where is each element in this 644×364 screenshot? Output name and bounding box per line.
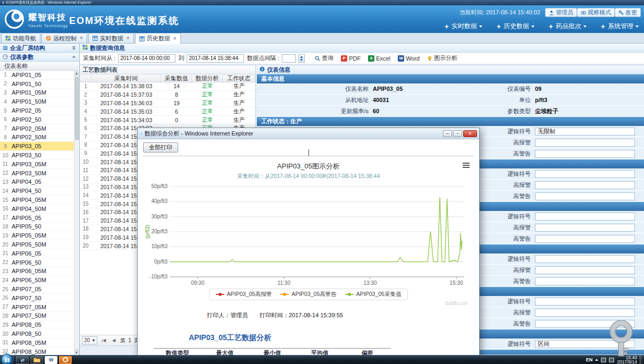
tab-item[interactable]: 历史数据 (135, 33, 181, 44)
language-indicator[interactable]: EN (586, 357, 593, 362)
meter-list-item[interactable]: 6APIP02_50 (0, 115, 79, 124)
scroll-up-icon[interactable] (74, 71, 79, 76)
table-row[interactable]: 12017-08-14 15:38:0314正常生产 (80, 82, 255, 91)
top-menu-item[interactable]: 药品批次 (548, 22, 587, 31)
meter-list-item[interactable]: 2APIP01_50 (0, 80, 79, 89)
top-menu-item[interactable]: 系统管理 (600, 22, 639, 31)
meter-list-item[interactable]: 17APIP05_05 (0, 214, 79, 223)
meter-list-item[interactable]: 31APIP08_05M (0, 338, 79, 348)
field-input[interactable] (535, 320, 635, 328)
field-input[interactable]: 无限制 (535, 128, 635, 136)
meter-list-item[interactable]: 26APIP07_50 (0, 294, 79, 303)
sidebar-scrollbar[interactable] (74, 71, 79, 355)
meter-list-item[interactable]: 4APIP01_50M (0, 97, 79, 106)
date-from-input[interactable] (118, 54, 175, 63)
meter-list-item[interactable]: 23APIP06_05M (0, 267, 79, 276)
field-input[interactable]: 区间 (535, 340, 635, 348)
meter-list-item[interactable]: 32APIP08_50M (0, 348, 79, 355)
field-input[interactable] (535, 309, 635, 317)
start-button[interactable] (1, 354, 13, 364)
legend-item[interactable]: APIP03_05采集值 (345, 291, 402, 298)
meter-list-item[interactable]: 24APIP06_50M (0, 276, 79, 285)
tab-item[interactable]: 远程控制 (41, 33, 87, 43)
meter-list-item[interactable]: 16APIP04_50M (0, 205, 79, 214)
field-input[interactable] (535, 150, 635, 158)
meter-list-item[interactable]: 14APIP04_50 (0, 187, 79, 196)
interval-stepper[interactable] (298, 54, 305, 63)
field-input[interactable] (535, 266, 635, 274)
step-down-icon[interactable] (300, 59, 303, 61)
meter-list-item[interactable]: 30APIP08_50 (0, 329, 79, 338)
meter-list-item[interactable]: 3APIP01_05M (0, 89, 79, 98)
field-input[interactable] (535, 235, 635, 243)
meter-list-item[interactable]: 20APIP05_50M (0, 240, 79, 249)
panel-header-meter-params[interactable]: 仪表参数 (0, 53, 79, 62)
close-button[interactable] (463, 130, 477, 137)
excel-export-button[interactable]: XExcel (365, 54, 394, 63)
observe-mode-button[interactable]: 观察模式 (577, 8, 615, 17)
meter-list-item[interactable]: 19APIP05_05M (0, 231, 79, 240)
chart-analysis-button[interactable]: 图示分析 (424, 54, 461, 63)
meter-list-item[interactable]: 1APIP01_05 (0, 71, 79, 80)
maximize-button[interactable] (453, 130, 462, 137)
top-menu-item[interactable]: 实时数据 (444, 22, 482, 31)
print-all-button[interactable]: 全部打印 (143, 142, 178, 153)
first-page-button[interactable] (100, 338, 107, 343)
panel-header-plant-structure[interactable]: 企业厂房结构 (0, 44, 79, 53)
minimize-button[interactable] (443, 130, 452, 137)
field-input[interactable] (535, 170, 635, 178)
prev-page-button[interactable] (110, 338, 118, 343)
page-size-select[interactable]: 20 (82, 336, 97, 344)
admin-button[interactable]: 管理员 (545, 8, 577, 17)
table-row[interactable]: 42017-08-14 15:35:036正常生产 (80, 107, 255, 116)
popup-titlebar[interactable]: 数据综合分析 - Windows Internet Explorer (138, 128, 479, 139)
meter-list-item[interactable]: 8APIP02_50M (0, 133, 79, 142)
pdf-export-button[interactable]: PPDF (338, 54, 364, 63)
chart-menu-icon[interactable] (463, 163, 470, 168)
meter-list-item[interactable]: 7APIP02_05M (0, 124, 79, 133)
close-icon[interactable] (173, 36, 177, 41)
top-menu-item[interactable]: 历史数据 (496, 22, 534, 31)
interval-input[interactable] (282, 54, 296, 63)
meter-list-item[interactable]: 29APIP08_05 (0, 320, 79, 329)
taskbar-app-icon[interactable] (59, 356, 72, 364)
meter-list-item[interactable]: 11APIP03_05M (0, 160, 79, 169)
word-export-button[interactable]: WWord (395, 54, 423, 63)
field-input[interactable] (535, 255, 635, 263)
field-input[interactable] (535, 139, 635, 147)
taskbar-clock[interactable]: 15:40 2017/8/14 (617, 355, 637, 364)
field-input[interactable] (535, 213, 635, 221)
table-row[interactable]: 32017-08-14 15:36:0319正常生产 (80, 99, 255, 108)
meter-list-item[interactable]: 10APIP03_50 (0, 151, 79, 160)
field-input[interactable] (535, 181, 635, 189)
meter-list-item[interactable]: 27APIP07_05M (0, 303, 79, 312)
meter-list-item[interactable]: 25APIP07_05 (0, 285, 79, 294)
close-icon[interactable] (80, 36, 83, 41)
tray-network-icon[interactable] (601, 358, 606, 362)
scroll-down-icon[interactable] (74, 350, 79, 355)
tray-volume-icon[interactable] (609, 358, 614, 362)
meter-list-item[interactable]: 15APIP04_05M (0, 196, 79, 205)
scrollbar-thumb[interactable] (75, 77, 79, 140)
date-to-input[interactable] (187, 54, 244, 63)
show-desktop-button[interactable] (640, 355, 643, 364)
taskbar-word-icon[interactable] (45, 356, 57, 364)
meter-list-item[interactable]: 21APIP06_05 (0, 249, 79, 258)
table-row[interactable]: 52017-08-14 15:34:030正常生产 (80, 116, 255, 124)
search-button[interactable]: 查询 (312, 54, 337, 63)
taskbar-ie-icon[interactable] (16, 356, 29, 364)
meter-list-item[interactable]: 12APIP03_50M (0, 169, 79, 178)
field-input[interactable] (535, 298, 635, 306)
legend-item[interactable]: APIP03_05高报警 (216, 291, 272, 298)
meter-list-item[interactable]: 13APIP04_05 (0, 178, 79, 187)
close-icon[interactable] (127, 36, 130, 41)
field-input[interactable] (535, 192, 635, 200)
taskbar-folder-icon[interactable] (30, 356, 43, 364)
meter-list-item[interactable]: 18APIP05_50 (0, 223, 79, 232)
tab-item[interactable]: 功能导航 (1, 33, 40, 43)
change-password-button[interactable]: 改密 (615, 8, 641, 17)
tray-chevron-up-icon[interactable] (595, 359, 598, 361)
table-row[interactable]: 22017-08-14 15:37:038正常生产 (80, 91, 255, 99)
meter-list-item[interactable]: 5APIP02_05 (0, 106, 79, 115)
field-input[interactable] (535, 224, 635, 232)
